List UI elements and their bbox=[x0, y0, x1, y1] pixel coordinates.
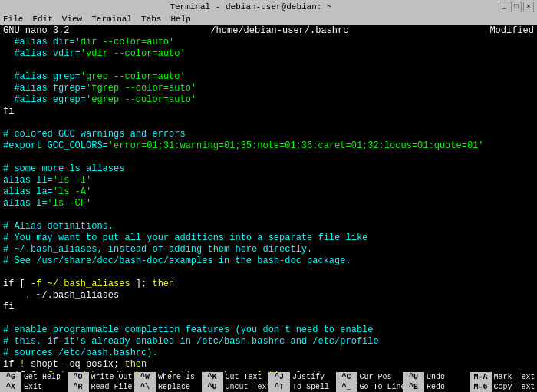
line-23: . ~/.bash_aliases bbox=[3, 290, 534, 301]
window-title: Terminal - debian-user@debian: ~ bbox=[170, 2, 331, 12]
shortcut-get-help[interactable]: ^G Get Help bbox=[0, 372, 68, 382]
menu-bar: File Edit View Terminal Tabs Help bbox=[0, 14, 537, 25]
line-2: #alias vdir='vdir --color=auto' bbox=[3, 48, 534, 60]
line-3 bbox=[3, 60, 534, 71]
shortcut-label-redo: Redo bbox=[424, 382, 447, 392]
shortcut-go-to-line[interactable]: ^_ Go To Line bbox=[336, 382, 404, 392]
line-20: # See /usr/share/doc/bash-doc/examples i… bbox=[3, 255, 534, 267]
shortcut-undo[interactable]: ^U Undo bbox=[403, 372, 470, 382]
line-15: alias l='ls -CF' bbox=[3, 198, 534, 209]
line-13: alias ll='ls -l' bbox=[3, 175, 534, 186]
shortcut-label-gethelp: Get Help bbox=[21, 372, 63, 382]
shortcut-label-curpos: Cur Pos bbox=[357, 372, 394, 382]
shortcut-replace[interactable]: ^\ Replace bbox=[134, 382, 202, 392]
shortcut-justify[interactable]: ^J Justify bbox=[268, 372, 336, 382]
shortcut-label-uncuttext: Uncut Text bbox=[223, 382, 274, 392]
line-11 bbox=[3, 152, 534, 163]
line-26: # enable programmable completion feature… bbox=[3, 324, 534, 336]
shortcut-label-writeout: Write Out bbox=[89, 372, 135, 382]
shortcut-key-replace: ^\ bbox=[134, 382, 156, 392]
minimize-button[interactable]: _ bbox=[499, 2, 509, 12]
maximize-button[interactable]: □ bbox=[511, 2, 522, 12]
shortcut-key-curpos: ^C bbox=[336, 372, 357, 382]
shortcut-exit[interactable]: ^X Exit bbox=[0, 382, 68, 392]
shortcut-write-out[interactable]: ^O Write Out bbox=[68, 372, 135, 382]
shortcut-read-file[interactable]: ^R Read File bbox=[68, 382, 135, 392]
shortcut-label-undo: Undo bbox=[424, 372, 447, 382]
line-21 bbox=[3, 267, 534, 278]
shortcut-label-whereis: Where Is bbox=[156, 372, 197, 382]
bottom-bar: ^G Get Help ^O Write Out ^W Where Is ^K … bbox=[0, 372, 537, 392]
shortcut-cut-text[interactable]: ^K Cut Text bbox=[202, 372, 269, 382]
nano-status: Modified bbox=[489, 25, 534, 36]
line-4: #alias grep='grep --color=auto' bbox=[3, 71, 534, 83]
shortcut-row-1: ^G Get Help ^O Write Out ^W Where Is ^K … bbox=[0, 372, 537, 382]
shortcut-key-redo: ^E bbox=[403, 382, 424, 392]
shortcut-label-gotoline: Go To Line bbox=[357, 382, 408, 392]
line-24: fi bbox=[3, 301, 534, 313]
shortcut-label-marktext: Mark Text bbox=[492, 372, 538, 382]
line-17: # Alias definitions. bbox=[3, 221, 534, 232]
line-19: # ~/.bash_aliases, instead of adding the… bbox=[3, 244, 534, 255]
line-22: if [ -f ~/.bash_aliases ]; then bbox=[3, 278, 534, 290]
line-7: fi bbox=[3, 106, 534, 117]
line-25 bbox=[3, 313, 534, 324]
shortcut-key-cuttext: ^K bbox=[202, 372, 223, 382]
shortcut-where-is[interactable]: ^W Where Is bbox=[134, 372, 202, 382]
shortcut-cur-pos[interactable]: ^C Cur Pos bbox=[336, 372, 404, 382]
shortcut-key-undo: ^U bbox=[403, 372, 424, 382]
shortcut-label-cuttext: Cut Text bbox=[223, 372, 265, 382]
line-5: #alias fgrep='fgrep --color=auto' bbox=[3, 83, 534, 94]
line-6: #alias egrep='egrep --color=auto' bbox=[3, 94, 534, 106]
shortcut-key-uncuttext: ^U bbox=[202, 382, 223, 392]
nano-version: GNU nano 3.2 bbox=[3, 25, 69, 36]
line-9: # colored GCC warnings and errors bbox=[3, 129, 534, 140]
line-12: # some more ls aliases bbox=[3, 163, 534, 175]
shortcut-mark-text[interactable]: M-A Mark Text bbox=[470, 372, 538, 382]
shortcut-key-marktext: M-A bbox=[470, 372, 492, 382]
shortcut-label-copytext: Copy Text bbox=[492, 382, 538, 392]
menu-tabs[interactable]: Tabs bbox=[141, 15, 161, 24]
shortcut-key-writeout: ^O bbox=[68, 372, 89, 382]
shortcut-row-2: ^X Exit ^R Read File ^\ Replace ^U Uncut… bbox=[0, 382, 537, 392]
shortcut-key-gotoline: ^_ bbox=[336, 382, 357, 392]
menu-terminal[interactable]: Terminal bbox=[91, 15, 132, 24]
shortcut-redo[interactable]: ^E Redo bbox=[403, 382, 470, 392]
shortcut-key-tospell: ^T bbox=[268, 382, 290, 392]
line-29: if ! shopt -oq posix; then bbox=[3, 359, 534, 371]
nano-header: GNU nano 3.2 /home/debian-user/.bashrc M… bbox=[0, 25, 537, 37]
shortcut-key-gethelp: ^G bbox=[0, 372, 21, 382]
line-10: #export GCC_COLORS='error=01;31:warning=… bbox=[3, 140, 534, 152]
shortcut-label-exit: Exit bbox=[21, 382, 44, 392]
line-16 bbox=[3, 209, 534, 221]
shortcut-key-readfile: ^R bbox=[68, 382, 89, 392]
line-8 bbox=[3, 117, 534, 129]
title-bar-center: Terminal - debian-user@debian: ~ bbox=[3, 2, 499, 12]
title-bar: Terminal - debian-user@debian: ~ _ □ × bbox=[0, 0, 537, 14]
shortcut-key-whereis: ^W bbox=[134, 372, 156, 382]
shortcut-uncut-text[interactable]: ^U Uncut Text bbox=[202, 382, 269, 392]
menu-help[interactable]: Help bbox=[170, 15, 190, 24]
shortcut-key-exit: ^X bbox=[0, 382, 21, 392]
shortcut-to-spell[interactable]: ^T To Spell bbox=[268, 382, 336, 392]
line-28: # sources /etc/bash.bashrc). bbox=[3, 348, 534, 359]
shortcut-label-justify: Justify bbox=[290, 372, 327, 382]
menu-view[interactable]: View bbox=[62, 15, 82, 24]
line-1: #alias dir='dir --color=auto' bbox=[3, 37, 534, 48]
editor[interactable]: #alias dir='dir --color=auto' #alias vdi… bbox=[0, 37, 537, 372]
shortcut-label-replace: Replace bbox=[156, 382, 193, 392]
title-bar-buttons: _ □ × bbox=[499, 2, 534, 12]
line-18: # You may want to put all your additions… bbox=[3, 232, 534, 244]
shortcut-copy-text[interactable]: M-6 Copy Text bbox=[470, 382, 538, 392]
menu-file[interactable]: File bbox=[3, 15, 23, 24]
line-14: alias la='ls -A' bbox=[3, 186, 534, 198]
shortcut-label-readfile: Read File bbox=[89, 382, 135, 392]
menu-edit[interactable]: Edit bbox=[32, 15, 52, 24]
close-button[interactable]: × bbox=[523, 2, 534, 12]
shortcut-key-justify: ^J bbox=[268, 372, 290, 382]
shortcut-label-tospell: To Spell bbox=[290, 382, 331, 392]
nano-filename: /home/debian-user/.bashrc bbox=[69, 25, 489, 36]
line-27: # this, if it's already enabled in /etc/… bbox=[3, 336, 534, 348]
shortcut-key-copytext: M-6 bbox=[470, 382, 492, 392]
